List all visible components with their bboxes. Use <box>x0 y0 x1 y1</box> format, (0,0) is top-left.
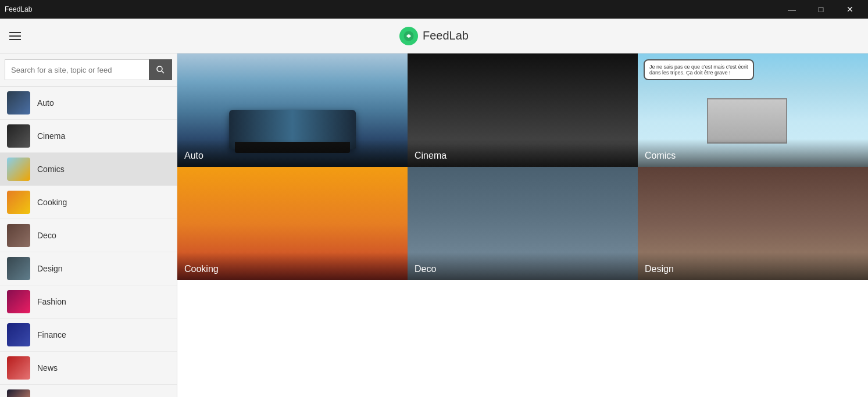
content-grid: Auto Cinema Je ne sais pas ce que c'est … <box>177 53 868 280</box>
sidebar-label-news: News <box>37 363 58 373</box>
sidebar-item-fashion[interactable]: Fashion <box>0 285 177 319</box>
grid-item-design[interactable]: Design <box>638 167 868 280</box>
grid-label-deco: Deco <box>408 252 638 280</box>
svg-line-3 <box>162 71 164 73</box>
sidebar-thumb-auto <box>7 91 30 115</box>
sidebar-thumb-design <box>7 257 30 280</box>
sidebar-thumb-comics <box>7 158 30 181</box>
hamburger-menu[interactable] <box>9 32 21 40</box>
close-button[interactable]: ✕ <box>837 0 863 19</box>
app-container: FeedLab AutoCinemaComicsCookingDecoDesig… <box>0 19 868 397</box>
minimize-button[interactable]: — <box>778 0 805 19</box>
sidebar-thumb-fashion <box>7 290 30 313</box>
search-bar <box>0 53 177 87</box>
search-input[interactable] <box>5 59 149 80</box>
search-icon <box>156 66 165 74</box>
sidebar-item-deco[interactable]: Deco <box>0 219 177 252</box>
search-button[interactable] <box>149 59 172 80</box>
sidebar-thumb-cinema <box>7 124 30 148</box>
sidebar-label-design: Design <box>37 264 63 273</box>
sidebar-item-finance[interactable]: Finance <box>0 319 177 352</box>
sidebar-list: AutoCinemaComicsCookingDecoDesignFashion… <box>0 87 177 397</box>
grid-item-auto[interactable]: Auto <box>177 53 408 167</box>
sidebar: AutoCinemaComicsCookingDecoDesignFashion… <box>0 53 177 397</box>
sidebar-thumb-photography <box>7 389 30 397</box>
header: FeedLab <box>0 19 868 53</box>
sidebar-item-cinema[interactable]: Cinema <box>0 120 177 153</box>
title-bar-title: FeedLab <box>5 5 32 13</box>
grid-item-deco[interactable]: Deco <box>408 167 638 280</box>
grid-label-cooking: Cooking <box>177 252 408 280</box>
grid-label-design: Design <box>638 252 868 280</box>
sidebar-label-cinema: Cinema <box>37 131 65 141</box>
hamburger-line-3 <box>9 39 21 40</box>
svg-point-1 <box>408 35 410 37</box>
sidebar-thumb-deco <box>7 224 30 247</box>
sidebar-item-photography[interactable]: Photography <box>0 385 177 397</box>
grid-label-cinema: Cinema <box>408 139 638 167</box>
sidebar-item-auto[interactable]: Auto <box>0 87 177 120</box>
sidebar-item-comics[interactable]: Comics <box>0 153 177 186</box>
sidebar-label-fashion: Fashion <box>37 297 66 306</box>
header-logo: FeedLab <box>399 27 469 45</box>
grid-label-auto: Auto <box>177 139 408 167</box>
sidebar-label-finance: Finance <box>37 330 66 339</box>
title-bar: FeedLab — □ ✕ <box>0 0 868 19</box>
sidebar-thumb-finance <box>7 323 30 346</box>
grid-item-cinema[interactable]: Cinema <box>408 53 638 167</box>
hamburger-line-2 <box>9 35 21 37</box>
sidebar-label-comics: Comics <box>37 164 65 174</box>
grid-item-cooking[interactable]: Cooking <box>177 167 408 280</box>
sidebar-label-cooking: Cooking <box>37 198 67 207</box>
logo-icon <box>399 27 418 45</box>
logo-text: FeedLab <box>423 29 469 42</box>
sidebar-item-cooking[interactable]: Cooking <box>0 186 177 219</box>
sidebar-label-deco: Deco <box>37 231 56 240</box>
sidebar-item-design[interactable]: Design <box>0 252 177 285</box>
title-bar-left: FeedLab <box>5 5 32 13</box>
sidebar-label-auto: Auto <box>37 98 54 108</box>
sidebar-thumb-news <box>7 356 30 380</box>
maximize-button[interactable]: □ <box>808 0 834 19</box>
sidebar-thumb-cooking <box>7 191 30 214</box>
content-area: Auto Cinema Je ne sais pas ce que c'est … <box>177 53 868 397</box>
sidebar-item-news[interactable]: News <box>0 352 177 385</box>
grid-label-comics: Comics <box>638 139 868 167</box>
title-bar-controls: — □ ✕ <box>778 0 863 19</box>
grid-item-comics[interactable]: Je ne sais pas ce que c'est mais c'est é… <box>638 53 868 167</box>
main-layout: AutoCinemaComicsCookingDecoDesignFashion… <box>0 53 868 397</box>
hamburger-line-1 <box>9 32 21 33</box>
svg-point-2 <box>157 66 162 71</box>
